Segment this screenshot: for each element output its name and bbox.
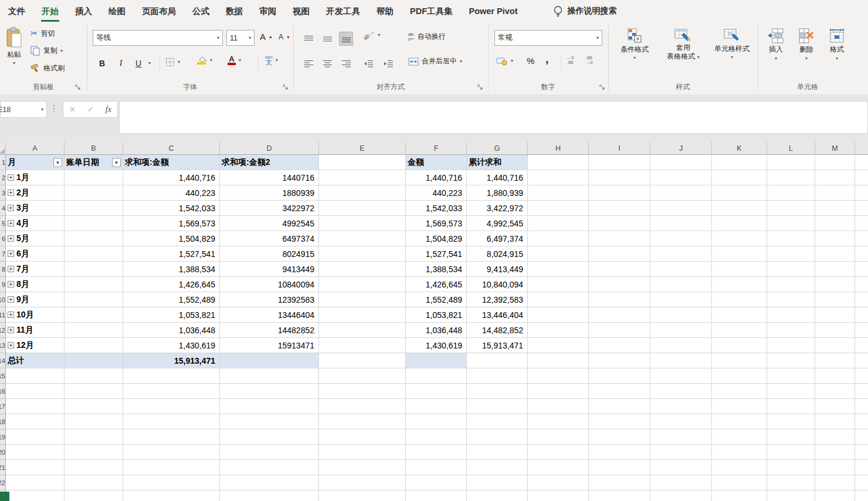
expand-plus-icon[interactable]: + bbox=[8, 174, 14, 181]
cell-F19[interactable] bbox=[406, 429, 467, 445]
cell-partial-2[interactable] bbox=[855, 170, 868, 185]
clipboard-dialog-launcher-icon[interactable] bbox=[75, 84, 81, 90]
increase-decimal-button[interactable]: ←0.00 bbox=[567, 56, 574, 65]
cell-F20[interactable] bbox=[406, 445, 467, 460]
cell-C15[interactable] bbox=[123, 368, 220, 384]
cell-L9[interactable] bbox=[767, 277, 815, 292]
cell-E20[interactable] bbox=[319, 445, 406, 460]
expand-plus-icon[interactable]: + bbox=[8, 281, 14, 287]
formula-input[interactable] bbox=[119, 101, 868, 134]
cell-I15[interactable] bbox=[589, 368, 650, 384]
cell-L13[interactable] bbox=[767, 338, 815, 353]
cell-K20[interactable] bbox=[712, 445, 767, 460]
cell-K11[interactable] bbox=[712, 307, 767, 323]
cell-C22[interactable] bbox=[123, 475, 220, 490]
cell-E16[interactable] bbox=[319, 384, 406, 399]
cell-H21[interactable] bbox=[528, 460, 589, 475]
cell-A6[interactable]: +5月 bbox=[6, 231, 65, 246]
tab-formulas[interactable]: 公式 bbox=[184, 0, 218, 22]
paste-button[interactable]: 粘贴 ▾ bbox=[1, 27, 27, 66]
cell-H6[interactable] bbox=[528, 231, 589, 246]
cell-D16[interactable] bbox=[220, 384, 319, 399]
cell-G8[interactable]: 9,413,449 bbox=[467, 262, 528, 277]
cell-C3[interactable]: 440,223 bbox=[123, 185, 220, 201]
cell-M2[interactable] bbox=[815, 170, 855, 185]
cell-K21[interactable] bbox=[712, 460, 767, 475]
column-header-K[interactable]: K bbox=[712, 142, 767, 155]
cell-A8[interactable]: +7月 bbox=[6, 262, 65, 277]
cell-I22[interactable] bbox=[589, 475, 650, 490]
cell-G5[interactable]: 4,992,545 bbox=[467, 216, 528, 231]
phonetic-button[interactable]: wén 文 ▾ bbox=[265, 55, 278, 66]
expand-plus-icon[interactable]: + bbox=[8, 189, 14, 196]
column-header-L[interactable]: L bbox=[767, 142, 815, 155]
cell-D22[interactable] bbox=[220, 475, 319, 490]
cell-G20[interactable] bbox=[467, 445, 528, 460]
cell-M8[interactable] bbox=[815, 262, 855, 277]
row-header-4[interactable]: 4 bbox=[0, 201, 6, 216]
row-header-14[interactable]: 14 bbox=[0, 353, 6, 368]
cell-I1[interactable] bbox=[589, 155, 650, 170]
cell-D5[interactable]: 4992545 bbox=[220, 216, 319, 231]
row-header-11[interactable]: 11 bbox=[0, 307, 6, 323]
row-header-7[interactable]: 7 bbox=[0, 246, 6, 262]
cell-A7[interactable]: +6月 bbox=[6, 246, 65, 262]
row-header-18[interactable]: 18 bbox=[0, 414, 6, 429]
cell-E12[interactable] bbox=[319, 323, 406, 338]
cell-J16[interactable] bbox=[650, 384, 712, 399]
column-header-H[interactable]: H bbox=[528, 142, 589, 155]
cell-M21[interactable] bbox=[815, 460, 855, 475]
cell-H3[interactable] bbox=[528, 185, 589, 201]
cell-E10[interactable] bbox=[319, 292, 406, 307]
cell-F14[interactable] bbox=[406, 353, 467, 368]
formula-bar-resize-handle[interactable] bbox=[53, 105, 55, 112]
cell-M20[interactable] bbox=[815, 445, 855, 460]
accounting-format-button[interactable]: ▾ bbox=[496, 56, 513, 66]
cell-E17[interactable] bbox=[319, 399, 406, 414]
cell-H7[interactable] bbox=[528, 246, 589, 262]
cell-G19[interactable] bbox=[467, 429, 528, 445]
cell-H8[interactable] bbox=[528, 262, 589, 277]
cell-D18[interactable] bbox=[220, 414, 319, 429]
cell-M9[interactable] bbox=[815, 277, 855, 292]
cell-K10[interactable] bbox=[712, 292, 767, 307]
cell-D14[interactable] bbox=[220, 353, 319, 368]
cell-C20[interactable] bbox=[123, 445, 220, 460]
cell-K5[interactable] bbox=[712, 216, 767, 231]
expand-plus-icon[interactable]: + bbox=[8, 250, 14, 257]
cell-B21[interactable] bbox=[65, 460, 123, 475]
cell-L19[interactable] bbox=[767, 429, 815, 445]
cell-A17[interactable] bbox=[6, 399, 65, 414]
format-as-table-button[interactable]: 套用 表格格式 ▾ bbox=[660, 28, 707, 61]
column-header-I[interactable]: I bbox=[589, 142, 650, 155]
cell-G15[interactable] bbox=[467, 368, 528, 384]
cell-J11[interactable] bbox=[650, 307, 712, 323]
cell-D8[interactable]: 9413449 bbox=[220, 262, 319, 277]
decrease-font-button[interactable]: A▼ bbox=[279, 33, 290, 41]
cell-C16[interactable] bbox=[123, 384, 220, 399]
cell-C14[interactable]: 15,913,471 bbox=[123, 353, 220, 368]
fill-color-button[interactable]: ▾ bbox=[197, 56, 212, 65]
cell-partial-16[interactable] bbox=[855, 384, 868, 399]
column-header-A[interactable]: A bbox=[6, 142, 65, 155]
cell-I3[interactable] bbox=[589, 185, 650, 201]
copy-button[interactable]: 复制 ▾ bbox=[30, 46, 63, 56]
expand-plus-icon[interactable]: + bbox=[8, 235, 14, 242]
cell-I9[interactable] bbox=[589, 277, 650, 292]
cell-G13[interactable]: 15,913,471 bbox=[467, 338, 528, 353]
cell-L6[interactable] bbox=[767, 231, 815, 246]
cell-M15[interactable] bbox=[815, 368, 855, 384]
cell-K19[interactable] bbox=[712, 429, 767, 445]
cell-F13[interactable]: 1,430,619 bbox=[406, 338, 467, 353]
cell-B10[interactable] bbox=[65, 292, 123, 307]
cell-I6[interactable] bbox=[589, 231, 650, 246]
cell-E18[interactable] bbox=[319, 414, 406, 429]
cell-D4[interactable]: 3422972 bbox=[220, 201, 319, 216]
cell-A4[interactable]: +3月 bbox=[6, 201, 65, 216]
font-color-button[interactable]: A ▾ bbox=[228, 55, 241, 65]
cell-K16[interactable] bbox=[712, 384, 767, 399]
cell-M19[interactable] bbox=[815, 429, 855, 445]
cell-partial-4[interactable] bbox=[855, 201, 868, 216]
cell-D23[interactable] bbox=[220, 490, 319, 501]
cell-K23[interactable] bbox=[712, 490, 767, 501]
